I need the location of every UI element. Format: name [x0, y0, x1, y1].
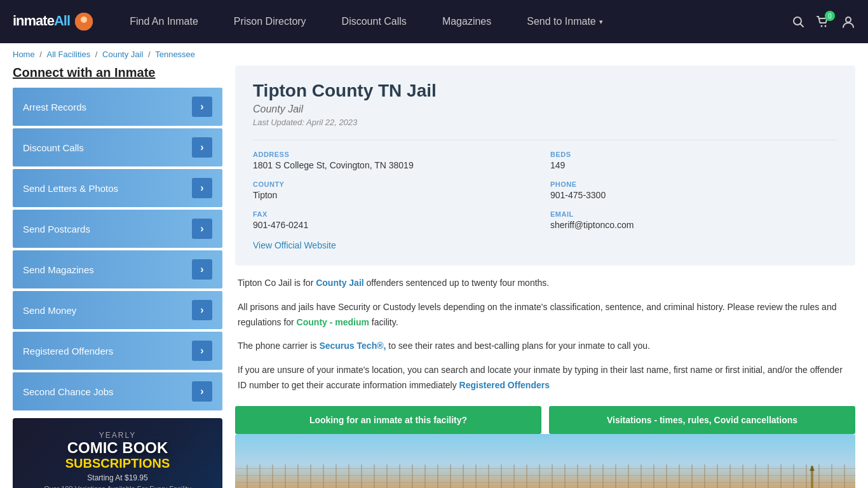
sidebar-item-arrest-records[interactable]: Arrest Records › — [13, 88, 222, 126]
registered-offenders-link[interactable]: Registered Offenders — [459, 380, 550, 390]
sidebar-item-send-money[interactable]: Send Money › — [13, 291, 222, 329]
sidebar-item-send-postcards[interactable]: Send Postcards › — [13, 210, 222, 248]
county-value: Tipton — [253, 190, 540, 200]
sidebar-title: Connect with an Inmate — [13, 65, 222, 80]
nav-magazines[interactable]: Magazines — [424, 0, 509, 43]
breadcrumb-tennessee[interactable]: Tennessee — [155, 50, 195, 59]
sidebar-item-send-magazines[interactable]: Send Magazines › — [13, 250, 222, 288]
svg-rect-2 — [79, 24, 88, 29]
svg-line-4 — [801, 24, 804, 27]
nav-send-to-inmate-label: Send to Inmate — [527, 16, 596, 27]
svg-point-5 — [821, 25, 823, 27]
arrow-icon: › — [192, 341, 212, 361]
breadcrumb-sep-1: / — [39, 50, 44, 59]
ad-variations-label: Over 100 Variations Available For Every … — [44, 485, 191, 488]
action-buttons: Looking for an inmate at this facility? … — [235, 406, 855, 434]
svg-point-6 — [825, 25, 827, 27]
sidebar-item-send-magazines-label: Send Magazines — [23, 264, 94, 275]
sidebar: Connect with an Inmate Arrest Records › … — [13, 65, 222, 488]
facility-type: County Jail — [253, 104, 837, 115]
logo-inmate: inmate — [13, 13, 54, 29]
visitations-button[interactable]: Visitations - times, rules, Covid cancel… — [549, 406, 855, 434]
ad-yearly-label: YEARLY — [99, 431, 136, 440]
breadcrumb-home[interactable]: Home — [13, 50, 35, 59]
nav-discount-calls[interactable]: Discount Calls — [324, 0, 424, 43]
email-label: EMAIL — [550, 210, 837, 218]
svg-marker-23 — [810, 466, 815, 471]
arrow-icon: › — [192, 381, 212, 402]
main-container: Connect with an Inmate Arrest Records › … — [0, 65, 868, 488]
desc-para-1: Tipton Co Jail is for County Jail offend… — [238, 276, 853, 291]
sidebar-item-send-letters[interactable]: Send Letters & Photos › — [13, 169, 222, 207]
nav-find-inmate[interactable]: Find An Inmate — [112, 0, 216, 43]
securus-tech-link[interactable]: Securus Tech®, — [319, 341, 386, 351]
detail-beds: BEDS 149 — [550, 151, 837, 170]
sidebar-item-registered-offenders-label: Registered Offenders — [23, 346, 113, 356]
content-area: Tipton County TN Jail County Jail Last U… — [235, 65, 855, 488]
facility-image — [235, 434, 855, 488]
desc-para-4: If you are unsure of your inmate's locat… — [238, 363, 853, 393]
county-medium-link[interactable]: County - medium — [297, 317, 369, 327]
logo-icon — [75, 13, 93, 30]
breadcrumb-sep-3: / — [148, 50, 153, 59]
cart-button[interactable]: 0 — [816, 15, 830, 29]
logo-all: All — [54, 13, 70, 29]
ad-banner[interactable]: YEARLY COMIC BOOK SUBSCRIPTIONS Starting… — [13, 418, 222, 488]
arrow-icon: › — [192, 259, 212, 280]
svg-point-1 — [81, 17, 87, 23]
facility-description: Tipton Co Jail is for County Jail offend… — [235, 276, 855, 393]
beds-label: BEDS — [550, 151, 837, 158]
arrow-icon: › — [192, 137, 212, 158]
fence-post-icon — [807, 466, 817, 488]
sidebar-item-send-letters-label: Send Letters & Photos — [23, 183, 118, 194]
phone-label: PHONE — [550, 180, 837, 188]
search-button[interactable] — [792, 15, 804, 28]
sidebar-item-discount-calls-label: Discount Calls — [23, 142, 84, 153]
breadcrumb-all-facilities[interactable]: All Facilities — [47, 50, 91, 59]
breadcrumb-sep-2: / — [95, 50, 100, 59]
user-button[interactable] — [841, 15, 855, 29]
detail-address: ADDRESS 1801 S College St, Covington, TN… — [253, 151, 540, 170]
facility-details: ADDRESS 1801 S College St, Covington, TN… — [253, 140, 837, 230]
detail-email: EMAIL sheriff@tiptonco.com — [550, 210, 837, 230]
official-website-link[interactable]: View Official Website — [253, 240, 336, 250]
find-inmate-button[interactable]: Looking for an inmate at this facility? — [235, 406, 541, 434]
chevron-down-icon: ▾ — [599, 18, 603, 26]
sidebar-item-second-chance-jobs-label: Second Chance Jobs — [23, 386, 114, 397]
search-icon — [792, 15, 804, 28]
nav-send-to-inmate[interactable]: Send to Inmate ▾ — [509, 0, 621, 43]
sidebar-item-registered-offenders[interactable]: Registered Offenders › — [13, 332, 222, 370]
nav-links: Find An Inmate Prison Directory Discount… — [112, 0, 792, 43]
breadcrumb: Home / All Facilities / County Jail / Te… — [0, 43, 868, 65]
breadcrumb-county-jail[interactable]: County Jail — [102, 50, 143, 59]
address-label: ADDRESS — [253, 151, 540, 158]
sidebar-item-second-chance-jobs[interactable]: Second Chance Jobs › — [13, 372, 222, 410]
sidebar-item-send-money-label: Send Money — [23, 305, 76, 316]
official-website-container: View Official Website — [253, 240, 837, 250]
nav-actions: 0 — [792, 15, 855, 29]
sidebar-item-arrest-records-label: Arrest Records — [23, 102, 86, 112]
desc-para-3: The phone carrier is Securus Tech®, to s… — [238, 339, 853, 354]
email-value: sheriff@tiptonco.com — [550, 220, 837, 230]
main-nav: inmateAll Find An Inmate Prison Director… — [0, 0, 868, 43]
facility-updated: Last Updated: April 22, 2023 — [253, 118, 837, 127]
sidebar-item-send-postcards-label: Send Postcards — [23, 224, 90, 234]
arrow-icon: › — [192, 178, 212, 198]
detail-fax: FAX 901-476-0241 — [253, 210, 540, 230]
nav-prison-directory[interactable]: Prison Directory — [216, 0, 324, 43]
county-label: COUNTY — [253, 180, 540, 188]
beds-value: 149 — [550, 160, 837, 170]
detail-phone: PHONE 901-475-3300 — [550, 180, 837, 200]
desc-para-2: All prisons and jails have Security or C… — [238, 300, 853, 330]
fence-visual — [235, 464, 855, 488]
arrow-icon: › — [192, 300, 212, 320]
user-icon — [841, 15, 855, 29]
county-jail-link-1[interactable]: County Jail — [316, 278, 363, 288]
cart-badge: 0 — [825, 11, 835, 21]
ad-subscriptions-label: SUBSCRIPTIONS — [65, 456, 170, 471]
address-value: 1801 S College St, Covington, TN 38019 — [253, 160, 540, 170]
ad-price-label: Starting At $19.95 — [87, 473, 147, 482]
logo[interactable]: inmateAll — [13, 13, 93, 30]
sidebar-item-discount-calls[interactable]: Discount Calls › — [13, 128, 222, 166]
detail-county: COUNTY Tipton — [253, 180, 540, 200]
